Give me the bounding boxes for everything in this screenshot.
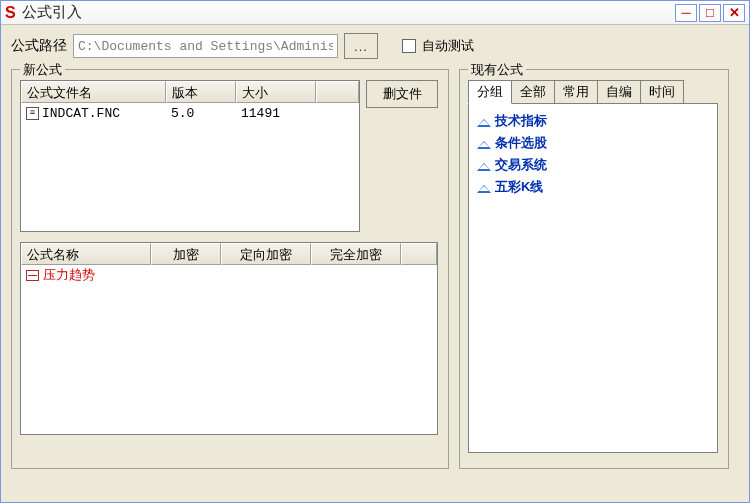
formula-col-name[interactable]: 公式名称 xyxy=(21,243,151,265)
formula-col-direct-encrypt[interactable]: 定向加密 xyxy=(221,243,311,265)
file-table-header: 公式文件名 版本 大小 xyxy=(21,81,359,103)
window-title: 公式引入 xyxy=(22,3,675,22)
path-row: 公式路径 ... 自动测试 xyxy=(11,33,739,59)
tab-group[interactable]: 分组 xyxy=(468,80,512,104)
house-icon xyxy=(477,159,491,171)
formula-icon xyxy=(26,270,39,281)
new-formula-panel: 新公式 公式文件名 版本 大小 ≡ xyxy=(11,69,449,469)
auto-test-label: 自动测试 xyxy=(422,37,474,55)
browse-button[interactable]: ... xyxy=(344,33,378,59)
existing-formula-panel: 现有公式 分组 全部 常用 自编 时间 技术指标 条件选股 xyxy=(459,69,729,469)
file-col-spacer xyxy=(316,81,359,103)
tab-time[interactable]: 时间 xyxy=(640,80,684,104)
minimize-button[interactable]: ─ xyxy=(675,4,697,22)
formula-table-body: 压力趋势 xyxy=(21,265,437,285)
tree-label: 五彩K线 xyxy=(495,178,543,196)
file-table-body: ≡ INDCAT.FNC 5.0 11491 xyxy=(21,103,359,123)
category-tree: 技术指标 条件选股 交易系统 五彩K线 xyxy=(468,103,718,453)
tree-label: 交易系统 xyxy=(495,156,547,174)
delete-file-button[interactable]: 删文件 xyxy=(366,80,438,108)
file-size: 11491 xyxy=(236,105,316,122)
tabs-row: 分组 全部 常用 自编 时间 xyxy=(468,80,720,104)
file-icon: ≡ xyxy=(26,107,39,120)
file-row: 公式文件名 版本 大小 ≡ INDCAT.FNC 5.0 xyxy=(20,80,440,232)
house-icon xyxy=(477,181,491,193)
file-col-name[interactable]: 公式文件名 xyxy=(21,81,166,103)
formula-col-full-encrypt[interactable]: 完全加密 xyxy=(311,243,401,265)
file-table: 公式文件名 版本 大小 ≡ INDCAT.FNC 5.0 xyxy=(20,80,360,232)
list-item[interactable]: 技术指标 xyxy=(473,110,713,132)
window-controls: ─ □ ✕ xyxy=(675,4,745,22)
file-col-version[interactable]: 版本 xyxy=(166,81,236,103)
tab-custom[interactable]: 自编 xyxy=(597,80,641,104)
table-row[interactable]: 压力趋势 xyxy=(21,265,437,285)
tree-label: 技术指标 xyxy=(495,112,547,130)
content-area: 公式路径 ... 自动测试 新公式 公式文件名 版本 大小 xyxy=(1,25,749,477)
house-icon xyxy=(477,137,491,149)
list-item[interactable]: 条件选股 xyxy=(473,132,713,154)
new-formula-legend: 新公式 xyxy=(20,61,65,79)
path-input[interactable] xyxy=(73,34,338,58)
tab-all[interactable]: 全部 xyxy=(511,80,555,104)
file-col-size[interactable]: 大小 xyxy=(236,81,316,103)
main-area: 新公式 公式文件名 版本 大小 ≡ xyxy=(11,69,739,469)
formula-import-window: S 公式引入 ─ □ ✕ 公式路径 ... 自动测试 新公式 xyxy=(0,0,750,503)
formula-table-header: 公式名称 加密 定向加密 完全加密 xyxy=(21,243,437,265)
auto-test-checkbox-wrap: 自动测试 xyxy=(402,37,474,55)
list-item[interactable]: 交易系统 xyxy=(473,154,713,176)
formula-table: 公式名称 加密 定向加密 完全加密 压力趋势 xyxy=(20,242,438,435)
app-icon: S xyxy=(5,4,16,22)
formula-name: 压力趋势 xyxy=(43,266,95,284)
formula-col-encrypt[interactable]: 加密 xyxy=(151,243,221,265)
path-label: 公式路径 xyxy=(11,37,67,55)
tab-common[interactable]: 常用 xyxy=(554,80,598,104)
file-version: 5.0 xyxy=(166,105,236,122)
titlebar: S 公式引入 ─ □ ✕ xyxy=(1,1,749,25)
auto-test-checkbox[interactable] xyxy=(402,39,416,53)
maximize-button[interactable]: □ xyxy=(699,4,721,22)
existing-formula-legend: 现有公式 xyxy=(468,61,526,79)
file-name: INDCAT.FNC xyxy=(42,106,120,121)
house-icon xyxy=(477,115,491,127)
formula-col-spacer xyxy=(401,243,437,265)
tree-label: 条件选股 xyxy=(495,134,547,152)
list-item[interactable]: 五彩K线 xyxy=(473,176,713,198)
table-row[interactable]: ≡ INDCAT.FNC 5.0 11491 xyxy=(21,103,359,123)
close-button[interactable]: ✕ xyxy=(723,4,745,22)
